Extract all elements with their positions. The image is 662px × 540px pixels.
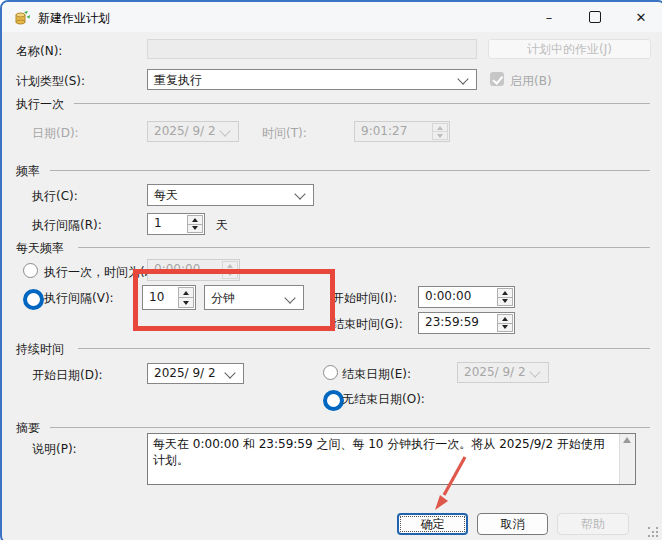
occurs-label: 执行(C):	[32, 188, 78, 205]
chevron-down-icon	[294, 188, 305, 199]
recurs-interval-value: 1	[154, 216, 162, 230]
one-time-group-label: 执行一次	[16, 96, 64, 113]
date-label: 日期(D):	[32, 125, 79, 142]
description-label: 说明(P):	[32, 441, 77, 458]
start-date-select[interactable]: 2025/ 9/ 2	[147, 363, 244, 384]
occurs-every-label: 执行间隔(V):	[44, 290, 114, 307]
chevron-down-icon	[457, 73, 468, 84]
occurs-select[interactable]: 每天	[147, 184, 314, 206]
resize-grip[interactable]	[648, 527, 658, 537]
spin-down-icon[interactable]	[497, 297, 513, 307]
jobs-in-schedule-label: 计划中的作业(J)	[527, 41, 612, 58]
time-spinner[interactable]: 9:01:27	[354, 121, 450, 142]
spin-down-icon[interactable]	[432, 131, 448, 140]
recurs-interval-spinner[interactable]: 1	[147, 213, 205, 235]
date-value: 2025/ 9/ 2	[154, 124, 216, 138]
maximize-icon	[589, 11, 601, 23]
spin-down-icon[interactable]	[187, 224, 203, 234]
occurs-every-radio[interactable]	[23, 289, 44, 310]
description-textbox[interactable]: 每天在 0:00:00 和 23:59:59 之间、每 10 分钟执行一次。将从…	[147, 433, 636, 485]
frequency-group-label: 频率	[16, 163, 40, 180]
time-value: 9:01:27	[361, 124, 407, 138]
spin-up-icon[interactable]	[432, 123, 448, 131]
chevron-down-icon	[529, 366, 540, 377]
time-label: 时间(T):	[262, 125, 307, 142]
ok-button[interactable]: 确定	[397, 513, 468, 535]
daily-group-line	[78, 247, 650, 248]
one-time-group-line	[74, 103, 650, 104]
help-button[interactable]: 帮助	[557, 513, 629, 535]
no-end-date-label: 无结束日期(O):	[342, 391, 425, 408]
summary-group-label: 摘要	[16, 420, 40, 437]
date-select[interactable]: 2025/ 9/ 2	[147, 121, 239, 142]
jobs-in-schedule-button[interactable]: 计划中的作业(J)	[488, 39, 651, 59]
window-title: 新建作业计划	[38, 10, 110, 27]
start-time-label: 开始时间(I):	[332, 290, 397, 307]
start-time-spinner[interactable]: 0:00:00	[418, 286, 515, 308]
scroll-up-icon	[623, 437, 631, 443]
new-job-schedule-dialog: 新建作业计划 – ✕ 名称(N): 计划中的作业(J) 计划类型(S): 重复执…	[0, 0, 662, 540]
end-date-label: 结束日期(E):	[342, 366, 411, 383]
frequency-group-line	[50, 170, 650, 171]
start-date-label: 开始日期(D):	[32, 367, 103, 384]
occurs-once-radio[interactable]	[23, 263, 38, 278]
recurs-interval-unit: 天	[216, 217, 228, 234]
maximize-button[interactable]	[572, 2, 618, 32]
recurs-interval-label: 执行间隔(R):	[32, 217, 102, 234]
chevron-down-icon	[219, 125, 230, 136]
start-time-value: 0:00:00	[425, 289, 471, 303]
close-icon: ✕	[636, 10, 647, 25]
daily-group-label: 每天频率	[16, 240, 64, 257]
help-label: 帮助	[581, 516, 605, 533]
end-date-select[interactable]: 2025/ 9/ 2	[457, 362, 549, 383]
cancel-label: 取消	[501, 516, 525, 533]
name-input[interactable]	[147, 39, 477, 59]
schedule-type-select[interactable]: 重复执行	[147, 69, 477, 90]
start-date-value: 2025/ 9/ 2	[154, 366, 216, 380]
end-time-value: 23:59:59	[425, 315, 479, 329]
summary-group-line	[50, 427, 650, 428]
no-end-date-radio[interactable]	[323, 390, 344, 411]
enabled-checkbox[interactable]	[490, 72, 504, 86]
schedule-type-label: 计划类型(S):	[16, 73, 85, 90]
spin-up-icon[interactable]	[187, 215, 203, 224]
arrow-annotation	[417, 450, 479, 514]
chevron-down-icon	[224, 367, 235, 378]
close-button[interactable]: ✕	[618, 2, 662, 32]
minimize-button[interactable]: –	[526, 2, 572, 32]
occurs-value: 每天	[154, 187, 178, 204]
duration-group-label: 持续时间	[16, 341, 64, 358]
end-date-radio[interactable]	[323, 365, 338, 380]
enabled-label: 启用(B)	[510, 73, 552, 90]
duration-group-line	[78, 348, 650, 349]
end-time-spinner[interactable]: 23:59:59	[418, 312, 515, 334]
name-label: 名称(N):	[16, 43, 62, 60]
description-text: 每天在 0:00:00 和 23:59:59 之间、每 10 分钟执行一次。将从…	[153, 436, 615, 468]
spin-down-icon[interactable]	[497, 323, 513, 333]
cancel-button[interactable]: 取消	[477, 513, 548, 535]
schedule-type-value: 重复执行	[154, 72, 202, 89]
ok-label: 确定	[421, 516, 445, 533]
highlight-box-annotation	[133, 269, 335, 331]
description-scrollbar[interactable]	[619, 434, 635, 484]
spin-up-icon[interactable]	[497, 314, 513, 323]
spin-up-icon[interactable]	[497, 288, 513, 297]
title-bar: 新建作业计划 – ✕	[2, 2, 662, 32]
schedule-icon	[14, 9, 31, 26]
end-time-label: 结束时间(G):	[332, 316, 403, 333]
end-date-value: 2025/ 9/ 2	[464, 365, 526, 379]
minimize-icon: –	[546, 10, 553, 25]
